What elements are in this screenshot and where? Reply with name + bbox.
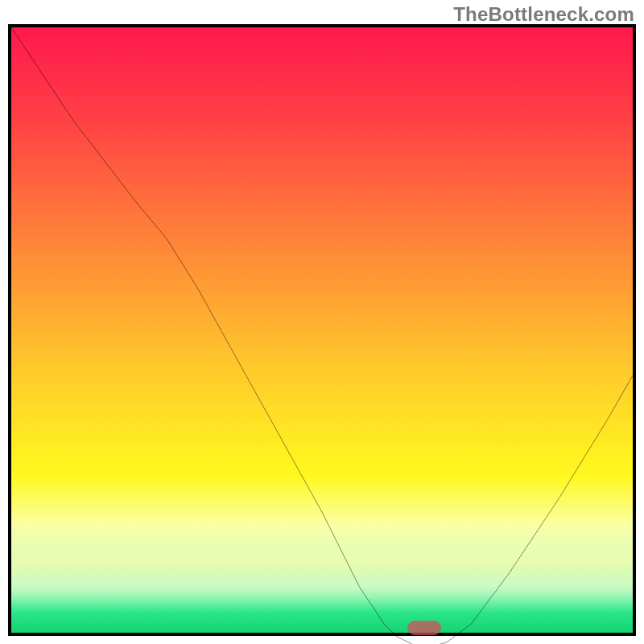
- optimal-point-marker: [407, 621, 441, 635]
- watermark-text: TheBottleneck.com: [453, 3, 634, 26]
- curve-path: [11, 27, 633, 644]
- chart-container: TheBottleneck.com: [0, 0, 644, 644]
- plot-area: [8, 24, 636, 636]
- bottleneck-curve: [11, 27, 633, 644]
